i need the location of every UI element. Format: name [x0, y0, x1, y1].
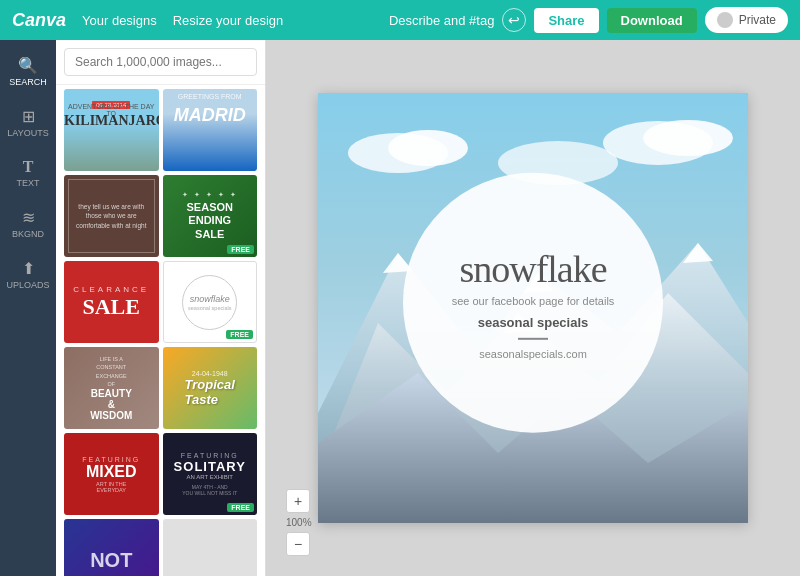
snowflake-design: snowflake see our facebook page for deta… — [318, 93, 748, 523]
template-clearance[interactable]: CLEARANCE SALE — [64, 261, 159, 343]
template-beauty[interactable]: LIFE IS ACONSTANTEXCHANGEOF BEAUTY&WISDO… — [64, 347, 159, 429]
download-button[interactable]: Download — [607, 8, 697, 33]
templates-grid: 09.28.2014 ADVENTURE OF THE DAY TO KILIM… — [56, 85, 265, 576]
template-snowflake[interactable]: snowflake seasonal specials FREE — [163, 261, 258, 343]
template-tropical[interactable]: 24-04-1948 TropicalTaste — [163, 347, 258, 429]
zoom-out-button[interactable]: − — [286, 532, 310, 556]
canva-logo: Canva — [12, 10, 66, 31]
template-quote[interactable]: they tell us we are with those who we ar… — [64, 175, 159, 257]
nav-right-actions: Describe and #tag ↩ Share Download Priva… — [389, 7, 788, 33]
svg-point-4 — [643, 120, 733, 156]
text-icon: T — [23, 158, 34, 176]
circle-overlay: snowflake see our facebook page for deta… — [403, 173, 663, 433]
private-label: Private — [739, 13, 776, 27]
template-mixed[interactable]: FEATURING MIXED ART IN THEEVERYDAY — [64, 433, 159, 515]
template-not[interactable]: NOT — [64, 519, 159, 576]
search-input[interactable] — [64, 48, 257, 76]
free-badge: FREE — [227, 245, 254, 254]
search-bar — [56, 40, 265, 85]
sidebar-layouts-label: LAYOUTS — [7, 128, 48, 138]
private-button[interactable]: Private — [705, 7, 788, 33]
canvas-url: seasonalspecials.com — [479, 347, 587, 359]
share-button[interactable]: Share — [534, 8, 598, 33]
sidebar-bkgnd-label: BKGND — [12, 229, 44, 239]
template-madrid[interactable]: GREETINGS FROM MADRID — [163, 89, 258, 171]
templates-panel: 09.28.2014 ADVENTURE OF THE DAY TO KILIM… — [56, 40, 266, 576]
free-badge-solitary: FREE — [227, 503, 254, 512]
resize-link[interactable]: Resize your design — [173, 13, 284, 28]
zoom-controls: + 100% − — [286, 489, 312, 556]
my-designs-link[interactable]: Your designs — [82, 13, 157, 28]
canvas-main-word: snowflake — [459, 246, 606, 290]
canvas-sub-text: see our facebook page for details — [452, 294, 615, 306]
canvas-divider — [518, 337, 548, 339]
sidebar-item-search[interactable]: 🔍 SEARCH — [0, 48, 56, 95]
main-area: 🔍 SEARCH ⊞ LAYOUTS T TEXT ≋ BKGND ⬆ UPLO… — [0, 40, 800, 576]
background-icon: ≋ — [22, 208, 35, 227]
canvas-wrapper[interactable]: snowflake see our facebook page for deta… — [318, 93, 748, 523]
top-navigation: Canva Your designs Resize your design De… — [0, 0, 800, 40]
sidebar-search-label: SEARCH — [9, 77, 47, 87]
zoom-level: 100% — [286, 517, 312, 528]
private-avatar — [717, 12, 733, 28]
upload-icon: ⬆ — [22, 259, 35, 278]
free-badge-snowflake: FREE — [226, 330, 253, 339]
search-icon: 🔍 — [18, 56, 38, 75]
template-solitary[interactable]: FEATURING SOLITARY AN ART EXHIBIT MAY 4T… — [163, 433, 258, 515]
zoom-in-button[interactable]: + — [286, 489, 310, 513]
tool-sidebar: 🔍 SEARCH ⊞ LAYOUTS T TEXT ≋ BKGND ⬆ UPLO… — [0, 40, 56, 576]
describe-button[interactable]: Describe and #tag — [389, 13, 495, 28]
layouts-icon: ⊞ — [22, 107, 35, 126]
template-season-sale[interactable]: ✦ ✦ ✦ ✦ ✦ SEASONENDINGSALE FREE — [163, 175, 258, 257]
sidebar-item-layouts[interactable]: ⊞ LAYOUTS — [0, 99, 56, 146]
canvas-bold-text: seasonal specials — [478, 314, 589, 329]
template-kilimanjaro[interactable]: 09.28.2014 ADVENTURE OF THE DAY TO KILIM… — [64, 89, 159, 171]
svg-point-2 — [388, 130, 468, 166]
undo-button[interactable]: ↩ — [502, 8, 526, 32]
canvas-area: snowflake see our facebook page for deta… — [266, 40, 800, 576]
sidebar-uploads-label: UPLOADS — [6, 280, 49, 290]
sidebar-item-uploads[interactable]: ⬆ UPLOADS — [0, 251, 56, 298]
sidebar-item-text[interactable]: T TEXT — [0, 150, 56, 196]
template-extra[interactable] — [163, 519, 258, 576]
sidebar-item-background[interactable]: ≋ BKGND — [0, 200, 56, 247]
sidebar-text-label: TEXT — [16, 178, 39, 188]
